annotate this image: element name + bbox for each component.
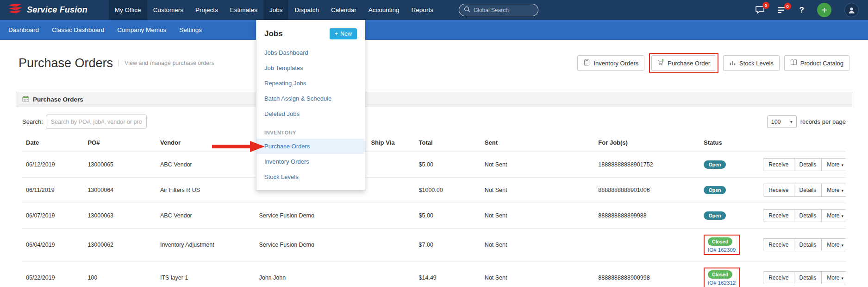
- more-button[interactable]: More▾: [821, 209, 846, 222]
- nav-item-accounting[interactable]: Accounting: [362, 0, 406, 20]
- cell-created-by: John John: [255, 261, 367, 287]
- records-per-page-select[interactable]: 100 ▾: [767, 115, 797, 128]
- cell-status: Open: [700, 178, 759, 203]
- receive-button[interactable]: Receive: [763, 209, 794, 222]
- menu-item-jobs-dashboard[interactable]: Jobs Dashboard: [256, 45, 365, 60]
- io-link[interactable]: IO# 162312: [708, 280, 736, 286]
- global-search-input[interactable]: [474, 7, 533, 13]
- table-row: 06/12/2019 13000065 ABC Vendor $5.00 Not…: [22, 152, 846, 178]
- annotation-box-purchase-order: Purchase Order: [649, 53, 718, 73]
- cell-vendor: ITS layer 1: [156, 261, 255, 287]
- nav-item-customers[interactable]: Customers: [147, 0, 189, 20]
- cell-created-by: Service Fusion Demo: [255, 229, 367, 261]
- cell-total: $1000.00: [415, 178, 481, 203]
- col-date: Date: [22, 134, 84, 152]
- subnav-item-settings[interactable]: Settings: [173, 26, 208, 33]
- receive-button[interactable]: Receive: [763, 271, 794, 284]
- help-icon[interactable]: ?: [799, 6, 804, 15]
- po-search-input[interactable]: [46, 115, 147, 129]
- details-button[interactable]: Details: [794, 184, 822, 197]
- brand-logo[interactable]: Service Fusion: [7, 3, 87, 17]
- col-po: PO#: [84, 134, 156, 152]
- details-button[interactable]: Details: [794, 209, 822, 222]
- menu-item-deleted-jobs[interactable]: Deleted Jobs: [256, 106, 365, 121]
- nav-item-dispatch[interactable]: Dispatch: [288, 0, 325, 20]
- table-header-row: Date PO# Vendor Ship Via Total Sent For …: [22, 134, 846, 152]
- search-icon: [464, 6, 470, 14]
- menu-item-repeating-jobs[interactable]: Repeating Jobs: [256, 76, 365, 91]
- nav-item-my-office[interactable]: My Office: [109, 0, 147, 20]
- cell-for-jobs: [594, 229, 700, 261]
- subnav-item-classic-dashboard[interactable]: Classic Dashboard: [45, 26, 111, 33]
- product-catalog-button[interactable]: Product Catalog: [784, 55, 849, 71]
- global-search[interactable]: [459, 4, 538, 16]
- subnav-item-dashboard[interactable]: Dashboard: [2, 26, 45, 33]
- menu-item-purchase-orders[interactable]: Purchase Orders: [256, 139, 365, 154]
- col-actions: [759, 134, 846, 152]
- col-status: Status: [700, 134, 759, 152]
- table-row: 06/11/2019 13000064 Air Filters R US $10…: [22, 178, 846, 203]
- nav-item-jobs[interactable]: Jobs: [263, 0, 289, 20]
- nav-item-projects[interactable]: Projects: [189, 0, 224, 20]
- nav-item-calendar[interactable]: Calendar: [325, 0, 362, 20]
- details-button[interactable]: Details: [794, 238, 822, 251]
- purchase-order-icon: [657, 59, 664, 67]
- stock-levels-button[interactable]: Stock Levels: [723, 55, 780, 71]
- cell-total: $5.00: [415, 203, 481, 229]
- cell-actions: Receive Details More▾: [759, 178, 846, 203]
- details-button[interactable]: Details: [794, 271, 822, 284]
- details-button[interactable]: Details: [794, 158, 822, 171]
- chat-badge: 0: [762, 2, 769, 9]
- panel-header: Purchase Orders: [16, 92, 852, 107]
- col-for-jobs: For Job(s): [594, 134, 700, 152]
- cell-sent: Not Sent: [481, 229, 595, 261]
- user-avatar[interactable]: [844, 3, 859, 17]
- menu-item-inventory-orders[interactable]: Inventory Orders: [256, 154, 365, 169]
- cell-status: Open: [700, 152, 759, 178]
- cell-actions: Receive Details More▾: [759, 152, 846, 178]
- new-job-button[interactable]: + New: [330, 28, 357, 39]
- subnav-item-company-memos[interactable]: Company Memos: [111, 26, 173, 33]
- purchase-order-button[interactable]: Purchase Order: [651, 55, 716, 71]
- io-link[interactable]: IO# 162309: [708, 247, 736, 253]
- receive-button[interactable]: Receive: [763, 184, 794, 197]
- chat-bubble-icon[interactable]: 0: [755, 6, 765, 14]
- cell-for-jobs: 8888888888901006: [594, 178, 700, 203]
- more-button[interactable]: More▾: [821, 271, 846, 284]
- topnav-utilities: 0 0 ? +: [755, 3, 861, 17]
- cell-ship-via: [367, 203, 415, 229]
- menu-item-job-templates[interactable]: Job Templates: [256, 60, 365, 76]
- table-toolbar: Search: 100 ▾ records per page: [22, 107, 846, 134]
- more-button[interactable]: More▾: [821, 184, 846, 197]
- cell-status: Open: [700, 203, 759, 229]
- cell-vendor: ABC Vendor: [156, 152, 255, 178]
- caret-down-icon: ▾: [842, 188, 844, 193]
- cell-po: 13000065: [84, 152, 156, 178]
- status-badge: Open: [704, 211, 726, 220]
- cell-total: $14.49: [415, 261, 481, 287]
- menu-item-stock-levels[interactable]: Stock Levels: [256, 169, 365, 185]
- col-vendor: Vendor: [156, 134, 255, 152]
- menu-item-batch-assign-schedule[interactable]: Batch Assign & Schedule: [256, 91, 365, 106]
- activity-lines-icon[interactable]: 0: [778, 6, 787, 14]
- purchase-orders-panel: Purchase Orders Search: 100 ▾ records pe…: [16, 92, 852, 287]
- receive-button[interactable]: Receive: [763, 158, 794, 171]
- cell-total: $7.00: [415, 229, 481, 261]
- receive-button[interactable]: Receive: [763, 238, 794, 251]
- panel-body: Search: 100 ▾ records per page Date PO#: [16, 107, 852, 287]
- cell-date: 06/04/2019: [22, 229, 84, 261]
- more-button[interactable]: More▾: [821, 158, 846, 171]
- jobs-menu-title: Jobs: [264, 29, 283, 38]
- quick-add-button[interactable]: +: [817, 3, 831, 17]
- panel-title: Purchase Orders: [33, 96, 83, 103]
- status-badge: Closed: [708, 237, 732, 246]
- inventory-orders-button[interactable]: Inventory Orders: [577, 55, 644, 71]
- cell-sent: Not Sent: [481, 178, 595, 203]
- top-nav: Service Fusion My Office Customers Proje…: [0, 0, 868, 20]
- nav-item-reports[interactable]: Reports: [406, 0, 439, 20]
- nav-item-estimates[interactable]: Estimates: [224, 0, 263, 20]
- more-button[interactable]: More▾: [821, 238, 846, 251]
- cell-ship-via: [367, 229, 415, 261]
- primary-nav: My Office Customers Projects Estimates J…: [109, 0, 439, 20]
- page-subtitle: View and manage purchase orders: [119, 60, 214, 66]
